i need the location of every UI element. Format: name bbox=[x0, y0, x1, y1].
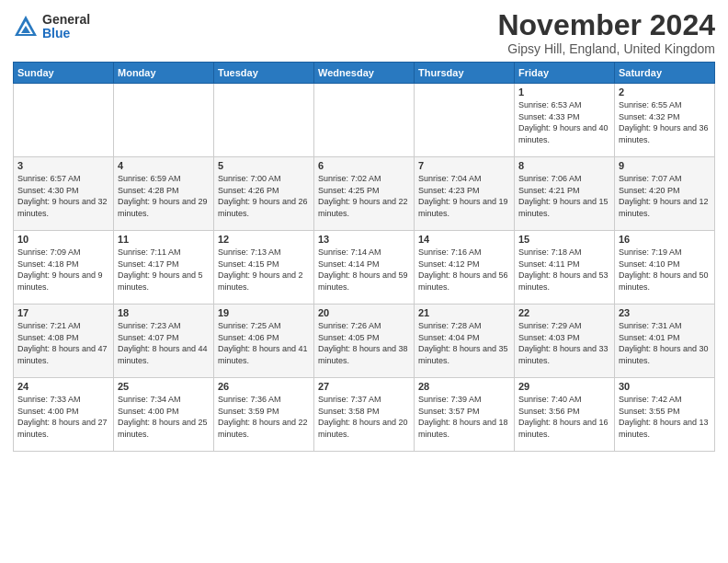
day-info: Sunrise: 6:55 AM Sunset: 4:32 PM Dayligh… bbox=[619, 99, 711, 145]
day-number: 6 bbox=[318, 160, 410, 171]
day-number: 1 bbox=[518, 86, 610, 98]
day-info: Sunrise: 7:16 AM Sunset: 4:12 PM Dayligh… bbox=[418, 247, 510, 293]
day-number: 16 bbox=[619, 234, 711, 245]
day-number: 7 bbox=[418, 160, 510, 171]
day-number: 24 bbox=[17, 381, 109, 392]
day-number: 30 bbox=[619, 381, 711, 392]
calendar: Sunday Monday Tuesday Wednesday Thursday… bbox=[13, 62, 715, 452]
day-info: Sunrise: 7:37 AM Sunset: 3:58 PM Dayligh… bbox=[318, 394, 410, 440]
day-info: Sunrise: 7:39 AM Sunset: 3:57 PM Dayligh… bbox=[418, 394, 510, 440]
day-info: Sunrise: 7:00 AM Sunset: 4:26 PM Dayligh… bbox=[218, 173, 310, 219]
table-row: 6Sunrise: 7:02 AM Sunset: 4:25 PM Daylig… bbox=[314, 157, 415, 231]
day-number: 12 bbox=[218, 234, 310, 245]
table-row: 12Sunrise: 7:13 AM Sunset: 4:15 PM Dayli… bbox=[214, 231, 314, 304]
table-row: 2Sunrise: 6:55 AM Sunset: 4:32 PM Daylig… bbox=[615, 84, 715, 157]
calendar-week-row: 1Sunrise: 6:53 AM Sunset: 4:33 PM Daylig… bbox=[14, 84, 715, 157]
day-info: Sunrise: 7:33 AM Sunset: 4:00 PM Dayligh… bbox=[17, 394, 109, 440]
day-number: 5 bbox=[218, 160, 310, 171]
table-row: 7Sunrise: 7:04 AM Sunset: 4:23 PM Daylig… bbox=[415, 157, 515, 231]
day-number: 25 bbox=[118, 381, 210, 392]
day-info: Sunrise: 7:29 AM Sunset: 4:03 PM Dayligh… bbox=[518, 320, 610, 366]
table-row: 17Sunrise: 7:21 AM Sunset: 4:08 PM Dayli… bbox=[14, 304, 114, 378]
day-number: 26 bbox=[218, 381, 310, 392]
day-info: Sunrise: 7:21 AM Sunset: 4:08 PM Dayligh… bbox=[17, 320, 109, 366]
header: General Blue November 2024 Gipsy Hill, E… bbox=[13, 9, 715, 56]
day-info: Sunrise: 6:59 AM Sunset: 4:28 PM Dayligh… bbox=[118, 173, 210, 219]
table-row: 15Sunrise: 7:18 AM Sunset: 4:11 PM Dayli… bbox=[515, 231, 615, 304]
day-number: 11 bbox=[118, 234, 210, 245]
table-row: 30Sunrise: 7:42 AM Sunset: 3:55 PM Dayli… bbox=[615, 378, 715, 452]
day-number: 23 bbox=[619, 307, 711, 318]
table-row: 21Sunrise: 7:28 AM Sunset: 4:04 PM Dayli… bbox=[415, 304, 515, 378]
day-number: 9 bbox=[619, 160, 711, 171]
table-row: 5Sunrise: 7:00 AM Sunset: 4:26 PM Daylig… bbox=[214, 157, 314, 231]
table-row bbox=[214, 84, 314, 157]
day-number: 17 bbox=[17, 307, 109, 318]
table-row bbox=[314, 84, 415, 157]
calendar-week-row: 10Sunrise: 7:09 AM Sunset: 4:18 PM Dayli… bbox=[14, 231, 715, 304]
table-row: 13Sunrise: 7:14 AM Sunset: 4:14 PM Dayli… bbox=[314, 231, 415, 304]
table-row: 25Sunrise: 7:34 AM Sunset: 4:00 PM Dayli… bbox=[114, 378, 214, 452]
day-info: Sunrise: 7:11 AM Sunset: 4:17 PM Dayligh… bbox=[118, 247, 210, 293]
table-row: 23Sunrise: 7:31 AM Sunset: 4:01 PM Dayli… bbox=[615, 304, 715, 378]
calendar-week-row: 24Sunrise: 7:33 AM Sunset: 4:00 PM Dayli… bbox=[14, 378, 715, 452]
day-info: Sunrise: 7:07 AM Sunset: 4:20 PM Dayligh… bbox=[619, 173, 711, 219]
day-info: Sunrise: 7:26 AM Sunset: 4:05 PM Dayligh… bbox=[318, 320, 410, 366]
day-number: 21 bbox=[418, 307, 510, 318]
day-info: Sunrise: 7:09 AM Sunset: 4:18 PM Dayligh… bbox=[17, 247, 109, 293]
table-row: 18Sunrise: 7:23 AM Sunset: 4:07 PM Dayli… bbox=[114, 304, 214, 378]
day-info: Sunrise: 6:57 AM Sunset: 4:30 PM Dayligh… bbox=[17, 173, 109, 219]
col-friday: Friday bbox=[515, 63, 615, 84]
logo-text: General Blue bbox=[42, 13, 90, 41]
day-number: 15 bbox=[518, 234, 610, 245]
table-row bbox=[415, 84, 515, 157]
table-row: 11Sunrise: 7:11 AM Sunset: 4:17 PM Dayli… bbox=[114, 231, 214, 304]
day-info: Sunrise: 7:06 AM Sunset: 4:21 PM Dayligh… bbox=[518, 173, 610, 219]
table-row: 19Sunrise: 7:25 AM Sunset: 4:06 PM Dayli… bbox=[214, 304, 314, 378]
day-number: 10 bbox=[17, 234, 109, 245]
day-info: Sunrise: 7:28 AM Sunset: 4:04 PM Dayligh… bbox=[418, 320, 510, 366]
day-info: Sunrise: 7:40 AM Sunset: 3:56 PM Dayligh… bbox=[518, 394, 610, 440]
calendar-header-row: Sunday Monday Tuesday Wednesday Thursday… bbox=[14, 63, 715, 84]
day-info: Sunrise: 7:13 AM Sunset: 4:15 PM Dayligh… bbox=[218, 247, 310, 293]
col-sunday: Sunday bbox=[14, 63, 114, 84]
logo-blue-text: Blue bbox=[42, 27, 90, 40]
table-row: 22Sunrise: 7:29 AM Sunset: 4:03 PM Dayli… bbox=[515, 304, 615, 378]
day-info: Sunrise: 7:02 AM Sunset: 4:25 PM Dayligh… bbox=[318, 173, 410, 219]
col-wednesday: Wednesday bbox=[314, 63, 415, 84]
page: General Blue November 2024 Gipsy Hill, E… bbox=[0, 0, 728, 563]
day-info: Sunrise: 6:53 AM Sunset: 4:33 PM Dayligh… bbox=[518, 99, 610, 145]
day-number: 3 bbox=[17, 160, 109, 171]
table-row: 20Sunrise: 7:26 AM Sunset: 4:05 PM Dayli… bbox=[314, 304, 415, 378]
table-row: 24Sunrise: 7:33 AM Sunset: 4:00 PM Dayli… bbox=[14, 378, 114, 452]
table-row: 8Sunrise: 7:06 AM Sunset: 4:21 PM Daylig… bbox=[515, 157, 615, 231]
day-info: Sunrise: 7:23 AM Sunset: 4:07 PM Dayligh… bbox=[118, 320, 210, 366]
day-number: 8 bbox=[518, 160, 610, 171]
day-info: Sunrise: 7:14 AM Sunset: 4:14 PM Dayligh… bbox=[318, 247, 410, 293]
table-row: 9Sunrise: 7:07 AM Sunset: 4:20 PM Daylig… bbox=[615, 157, 715, 231]
day-number: 4 bbox=[118, 160, 210, 171]
calendar-week-row: 3Sunrise: 6:57 AM Sunset: 4:30 PM Daylig… bbox=[14, 157, 715, 231]
day-number: 29 bbox=[518, 381, 610, 392]
day-info: Sunrise: 7:19 AM Sunset: 4:10 PM Dayligh… bbox=[619, 247, 711, 293]
table-row bbox=[114, 84, 214, 157]
day-info: Sunrise: 7:18 AM Sunset: 4:11 PM Dayligh… bbox=[518, 247, 610, 293]
day-info: Sunrise: 7:42 AM Sunset: 3:55 PM Dayligh… bbox=[619, 394, 711, 440]
day-number: 13 bbox=[318, 234, 410, 245]
day-info: Sunrise: 7:04 AM Sunset: 4:23 PM Dayligh… bbox=[418, 173, 510, 219]
col-thursday: Thursday bbox=[415, 63, 515, 84]
calendar-week-row: 17Sunrise: 7:21 AM Sunset: 4:08 PM Dayli… bbox=[14, 304, 715, 378]
table-row: 4Sunrise: 6:59 AM Sunset: 4:28 PM Daylig… bbox=[114, 157, 214, 231]
day-info: Sunrise: 7:34 AM Sunset: 4:00 PM Dayligh… bbox=[118, 394, 210, 440]
day-number: 28 bbox=[418, 381, 510, 392]
day-info: Sunrise: 7:25 AM Sunset: 4:06 PM Dayligh… bbox=[218, 320, 310, 366]
table-row: 1Sunrise: 6:53 AM Sunset: 4:33 PM Daylig… bbox=[515, 84, 615, 157]
title-area: November 2024 Gipsy Hill, England, Unite… bbox=[497, 9, 715, 56]
col-tuesday: Tuesday bbox=[214, 63, 314, 84]
day-number: 2 bbox=[619, 86, 711, 98]
logo-general-text: General bbox=[42, 13, 90, 27]
col-monday: Monday bbox=[114, 63, 214, 84]
table-row: 29Sunrise: 7:40 AM Sunset: 3:56 PM Dayli… bbox=[515, 378, 615, 452]
day-info: Sunrise: 7:31 AM Sunset: 4:01 PM Dayligh… bbox=[619, 320, 711, 366]
table-row bbox=[14, 84, 114, 157]
